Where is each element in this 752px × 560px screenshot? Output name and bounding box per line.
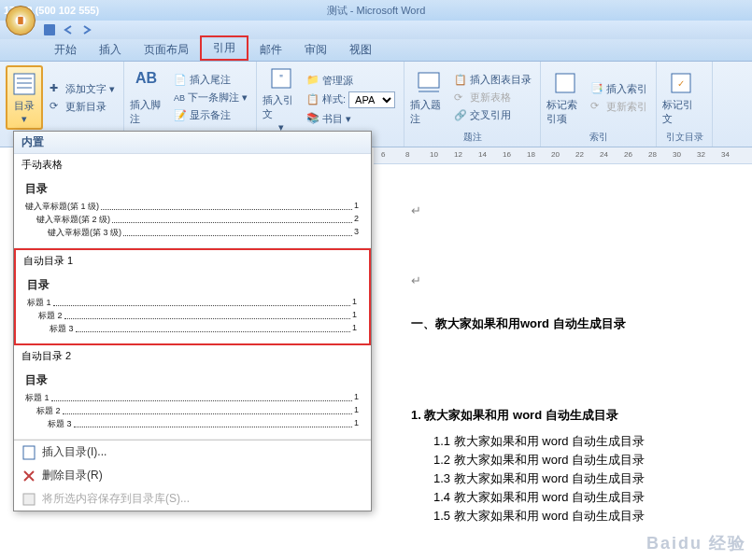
toc-option-auto1[interactable]: 自动目录 1 目录 标题 11 标题 21 标题 31 bbox=[14, 248, 371, 345]
manage-sources-button[interactable]: 📁管理源 bbox=[304, 73, 398, 89]
toc-button[interactable]: 目录 ▾ bbox=[6, 65, 43, 130]
paragraph-mark-icon: ↵ bbox=[411, 203, 421, 217]
insert-index-button[interactable]: 📑插入索引 bbox=[588, 81, 650, 97]
citation-icon: " bbox=[268, 65, 294, 91]
tab-review[interactable]: 审阅 bbox=[293, 39, 338, 61]
next-footnote-button[interactable]: AB下一条脚注 ▾ bbox=[171, 90, 250, 105]
doc-item: 1.4 教大家如果和用 word 自动生成目录 bbox=[433, 489, 733, 506]
index-icon bbox=[552, 70, 578, 96]
svg-rect-15 bbox=[23, 494, 35, 505]
group-authority: ✓ 标记引文 引文目录 bbox=[657, 62, 713, 147]
chevron-down-icon: ▾ bbox=[346, 113, 351, 125]
svg-text:": " bbox=[279, 74, 283, 84]
tab-insert[interactable]: 插入 bbox=[88, 39, 133, 61]
note-icon: 📝 bbox=[174, 109, 187, 122]
save-icon[interactable] bbox=[43, 23, 56, 36]
tab-layout[interactable]: 页面布局 bbox=[133, 39, 200, 61]
redo-icon[interactable] bbox=[80, 23, 93, 36]
save-toc-menu-item: 将所选内容保存到目录库(S)... bbox=[14, 487, 371, 511]
crossref-button[interactable]: 🔗交叉引用 bbox=[451, 107, 534, 123]
tab-references[interactable]: 引用 bbox=[200, 35, 248, 61]
style-icon: 📋 bbox=[306, 93, 319, 106]
insert-endnote-button[interactable]: 📄插入尾注 bbox=[171, 72, 250, 88]
group-label-authority: 引文目录 bbox=[662, 130, 706, 145]
style-dropdown[interactable]: APA bbox=[348, 91, 395, 108]
doc-item: 1.1 教大家如果和用 word 自动生成目录 bbox=[433, 433, 733, 450]
insert-footnote-button[interactable]: AB 插入脚注 bbox=[130, 65, 167, 130]
office-button[interactable] bbox=[6, 6, 35, 35]
toc-option-auto2[interactable]: 自动目录 2 目录 标题 11 标题 21 标题 31 bbox=[14, 345, 371, 440]
svg-rect-11 bbox=[556, 74, 575, 92]
chevron-down-icon: ▾ bbox=[242, 91, 248, 104]
insert-citation-button[interactable]: " 插入引文 ▾ bbox=[262, 65, 300, 133]
page-icon bbox=[21, 445, 36, 460]
insert-caption-button[interactable]: 插入题注 bbox=[410, 65, 447, 130]
update-table-button[interactable]: ⟳更新表格 bbox=[451, 90, 534, 105]
group-label-index: 索引 bbox=[546, 130, 650, 145]
window-titlebar: 17092 (500 102 555) 测试 - Microsoft Word bbox=[0, 0, 752, 21]
chevron-down-icon: ▾ bbox=[109, 83, 115, 95]
doc-heading-1: 一、教大家如果和用word 自动生成目录 bbox=[411, 315, 733, 332]
add-text-button[interactable]: ✚添加文字 ▾ bbox=[47, 81, 118, 97]
svg-rect-2 bbox=[44, 24, 55, 35]
folder-icon: 📁 bbox=[306, 74, 319, 87]
plus-icon: ✚ bbox=[50, 82, 63, 95]
tab-view[interactable]: 视图 bbox=[338, 39, 383, 61]
doc-item: 1.5 教大家如果和用 word 自动生成目录 bbox=[433, 508, 733, 525]
toc-icon bbox=[11, 71, 37, 97]
svg-text:✓: ✓ bbox=[677, 78, 685, 89]
ab-icon: AB bbox=[135, 70, 162, 96]
document-title: 测试 - Microsoft Word bbox=[327, 4, 426, 18]
bibliography-button[interactable]: 📚书目 ▾ bbox=[304, 111, 398, 127]
svg-rect-14 bbox=[23, 446, 35, 459]
insert-toc-menu-item[interactable]: 插入目录(I)... bbox=[14, 441, 371, 464]
doc-item: 1.2 教大家如果和用 word 自动生成目录 bbox=[433, 452, 733, 469]
undo-icon[interactable] bbox=[62, 23, 75, 36]
endnote-icon: 📄 bbox=[174, 74, 187, 87]
mark-index-button[interactable]: 标记索引项 bbox=[546, 65, 584, 130]
update-index-button[interactable]: ⟳更新索引 bbox=[588, 99, 650, 115]
svg-rect-1 bbox=[18, 17, 23, 24]
doc-item: 1.3 教大家如果和用 word 自动生成目录 bbox=[433, 470, 733, 487]
remove-toc-menu-item[interactable]: 删除目录(R) bbox=[14, 464, 371, 487]
refresh-icon: ⟳ bbox=[454, 91, 467, 105]
chevron-down-icon: ▾ bbox=[21, 113, 27, 125]
book-icon: 📚 bbox=[306, 112, 319, 125]
dropdown-section-built-in: 内置 bbox=[14, 132, 371, 154]
list-icon: 📋 bbox=[454, 74, 467, 87]
insert-figtable-button[interactable]: 📋插入图表目录 bbox=[451, 72, 534, 88]
update-toc-button[interactable]: ⟳更新目录 bbox=[47, 99, 118, 115]
group-index: 标记索引项 📑插入索引 ⟳更新索引 索引 bbox=[541, 62, 657, 147]
tab-mailings[interactable]: 邮件 bbox=[248, 39, 293, 61]
horizontal-ruler[interactable]: 6810121416182022242628303234 bbox=[374, 147, 752, 164]
svg-rect-3 bbox=[14, 74, 35, 94]
document-area[interactable]: ↵ ↵ 一、教大家如果和用word 自动生成目录 1. 教大家如果和用 word… bbox=[374, 166, 752, 560]
svg-rect-9 bbox=[419, 73, 439, 88]
delete-icon bbox=[21, 469, 36, 483]
show-notes-button[interactable]: 📝显示备注 bbox=[171, 107, 250, 123]
doc-heading-2: 1. 教大家如果和用 word 自动生成目录 bbox=[411, 407, 733, 424]
link-icon: 🔗 bbox=[454, 109, 467, 122]
toc-option-manual[interactable]: 手动表格 目录 键入章标题(第 1 级)1 键入章标题(第 2 级)2 键入章标… bbox=[14, 154, 371, 248]
group-label-caption: 题注 bbox=[410, 130, 534, 145]
authority-icon: ✓ bbox=[668, 70, 694, 96]
paragraph-mark-icon: ↵ bbox=[411, 273, 421, 287]
refresh-icon: ⟳ bbox=[50, 100, 63, 113]
toc-dropdown: 内置 手动表格 目录 键入章标题(第 1 级)1 键入章标题(第 2 级)2 键… bbox=[13, 131, 372, 511]
mark-citation-button[interactable]: ✓ 标记引文 bbox=[662, 65, 700, 130]
save-icon bbox=[21, 492, 36, 507]
quick-access-toolbar bbox=[0, 21, 752, 39]
tab-home[interactable]: 开始 bbox=[43, 39, 88, 61]
watermark: Baidu 经验 bbox=[646, 532, 746, 554]
ribbon-tabs: 开始 插入 页面布局 引用 邮件 审阅 视图 bbox=[0, 39, 752, 62]
caption-icon bbox=[416, 70, 442, 96]
group-caption: 插入题注 📋插入图表目录 ⟳更新表格 🔗交叉引用 题注 bbox=[404, 62, 541, 147]
citation-style-select[interactable]: 📋样式: APA bbox=[304, 91, 398, 109]
